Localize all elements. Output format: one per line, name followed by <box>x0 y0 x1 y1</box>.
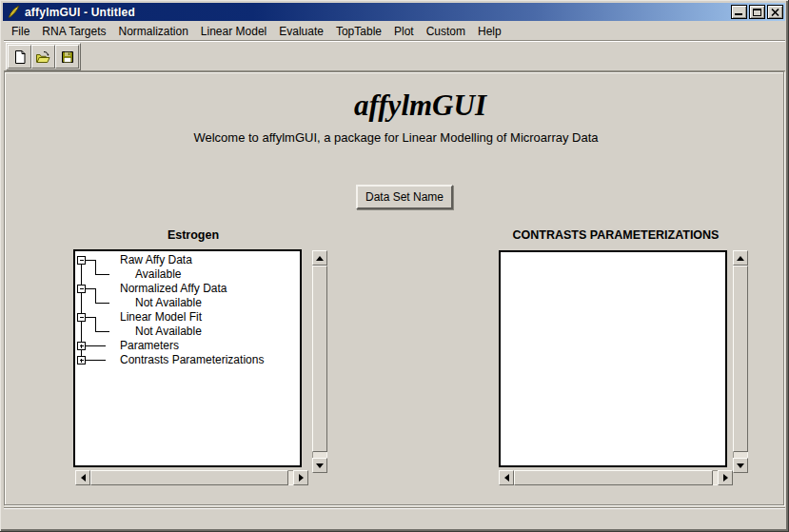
menu-item-file[interactable]: File <box>6 24 35 39</box>
menu-item-evaluate[interactable]: Evaluate <box>273 24 329 39</box>
scrollbar-thumb[interactable] <box>312 266 327 452</box>
new-file-icon <box>12 49 28 65</box>
menu-item-custom[interactable]: Custom <box>421 24 471 39</box>
scroll-right-button[interactable] <box>718 470 733 485</box>
tree-item[interactable]: Contrasts Parameterizations <box>120 353 264 367</box>
scroll-right-icon <box>723 474 728 482</box>
tree-item[interactable]: Parameters <box>120 339 179 353</box>
close-icon <box>771 9 779 16</box>
scroll-up-button[interactable] <box>733 250 748 266</box>
scroll-left-icon <box>81 474 86 482</box>
close-button[interactable] <box>767 5 783 19</box>
minimize-icon <box>735 13 742 15</box>
status-tree: Raw Affy Data Available Normalized Affy … <box>75 251 300 465</box>
status-divider <box>4 507 785 509</box>
main-content: affylmGUI Welcome to affylmGUI, a packag… <box>4 71 784 505</box>
scroll-down-icon <box>737 463 744 468</box>
status-bar <box>4 510 785 527</box>
right-vertical-scrollbar[interactable] <box>733 250 748 473</box>
tree-item[interactable]: Normalized Affy Data <box>120 282 227 296</box>
scroll-down-button[interactable] <box>312 458 327 473</box>
scroll-left-button[interactable] <box>75 470 90 485</box>
scrollbar-thumb[interactable] <box>733 266 748 452</box>
save-icon <box>60 49 75 65</box>
maximize-icon <box>753 9 761 16</box>
menu-item-linear-model[interactable]: Linear Model <box>195 24 272 39</box>
open-file-button[interactable] <box>31 45 55 69</box>
left-horizontal-scrollbar[interactable] <box>75 470 308 485</box>
scrollbar-thumb[interactable] <box>514 470 713 485</box>
scroll-up-button[interactable] <box>312 250 327 266</box>
minimize-button[interactable] <box>731 5 747 19</box>
toolbar <box>4 40 785 71</box>
left-vertical-scrollbar[interactable] <box>312 250 327 473</box>
scroll-left-button[interactable] <box>499 470 514 485</box>
maximize-button[interactable] <box>749 5 765 19</box>
window-title: affylmGUI - Untitled <box>25 6 135 19</box>
status-tree-listbox[interactable]: Raw Affy Data Available Normalized Affy … <box>73 249 302 467</box>
tree-item-status[interactable]: Not Available <box>135 325 202 339</box>
scroll-right-icon <box>299 474 304 482</box>
right-panel-title: CONTRASTS PARAMETERIZATIONS <box>499 228 733 244</box>
tree-item-status[interactable]: Available <box>135 267 181 282</box>
welcome-text: Welcome to affylmGUI, a package for Line… <box>5 130 783 145</box>
tree-item[interactable]: Raw Affy Data <box>120 253 192 267</box>
menu-item-normalization[interactable]: Normalization <box>113 24 194 39</box>
scroll-left-icon <box>504 474 509 482</box>
menu-item-toptable[interactable]: TopTable <box>330 24 387 39</box>
toolbar-button-group <box>6 43 81 70</box>
dataset-name-button[interactable]: Data Set Name <box>356 185 453 209</box>
app-window: affylmGUI - Untitled File RNA Targets No… <box>0 0 789 532</box>
scroll-up-icon <box>316 256 324 261</box>
app-heading: affylmGUI <box>5 90 783 121</box>
window-controls <box>729 5 783 19</box>
open-folder-icon <box>35 49 51 65</box>
tree-item-status[interactable]: Not Available <box>135 296 202 310</box>
scroll-down-icon <box>316 463 324 468</box>
save-file-button[interactable] <box>55 45 79 69</box>
tree-item[interactable]: Linear Model Fit <box>120 310 202 325</box>
right-horizontal-scrollbar[interactable] <box>499 470 733 485</box>
menu-item-rna-targets[interactable]: RNA Targets <box>36 24 111 39</box>
scroll-down-button[interactable] <box>733 458 748 473</box>
contrasts-listbox[interactable] <box>499 250 727 467</box>
scroll-up-icon <box>737 256 744 261</box>
left-panel-title: Estrogen <box>73 228 313 244</box>
menu-bar: File RNA Targets Normalization Linear Mo… <box>4 23 785 39</box>
tk-feather-icon <box>7 5 21 19</box>
menu-item-help[interactable]: Help <box>472 24 507 39</box>
menu-item-plot[interactable]: Plot <box>388 24 420 39</box>
title-bar[interactable]: affylmGUI - Untitled <box>3 3 785 21</box>
scroll-right-button[interactable] <box>293 470 308 485</box>
new-file-button[interactable] <box>8 45 31 69</box>
scrollbar-thumb[interactable] <box>90 470 288 485</box>
